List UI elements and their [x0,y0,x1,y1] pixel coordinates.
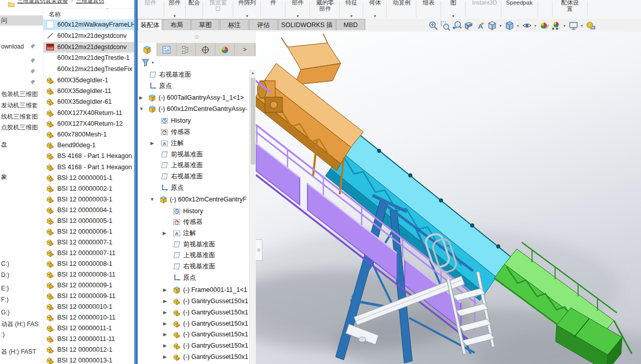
edit-appearance-icon[interactable] [539,20,549,31]
dropdown-caret-icon[interactable]: ▼ [340,14,363,18]
ribbon-tab[interactable]: MBD [336,19,365,30]
file-row[interactable]: 600X35degIdler-61 [43,97,134,107]
file-row[interactable]: BSI 12 00000009-11 [43,291,134,302]
nav-item[interactable]: C:) [0,259,43,269]
tree-row[interactable]: History [138,206,249,217]
dropdown-caret-icon[interactable]: ▼ [164,14,185,18]
expand-arrow-icon[interactable]: ▶ [163,318,167,329]
file-row[interactable]: BSI 12 00000003-1 [43,194,134,205]
section-view-icon[interactable] [463,20,474,31]
previous-view-icon[interactable] [452,20,462,31]
file-row[interactable]: BS 4168 - Part 1 Hexagon [43,162,134,173]
explorer-address-bar[interactable]: 三维逼真仿真某设备›三维逼真仿 [0,0,134,9]
ribbon-button[interactable]: 部件▼ [286,0,310,19]
file-row[interactable]: 600x12mx21degTrestle-1 [43,53,134,63]
dropdown-caret-icon[interactable]: ▼ [534,24,538,28]
collapse-arrow-icon[interactable]: ▼ [150,194,154,205]
dropdown-caret-icon[interactable]: ▼ [286,14,310,18]
nav-item[interactable]: 动器 (H:) FAS [0,319,43,329]
tree-row[interactable]: 右视基准面 [138,261,249,272]
panel-tab-displaymanager[interactable] [215,43,235,56]
tree-row[interactable]: 右视基准面 [138,171,249,182]
tree-row[interactable]: 前视基准面 [138,239,249,250]
tree-row[interactable]: 原点 [138,183,249,193]
nav-item[interactable]: D:) [0,270,43,280]
ribbon-tab[interactable]: 标注 [220,19,249,30]
ribbon-button[interactable]: Speedpak [503,0,536,19]
view-settings-icon[interactable] [568,20,579,31]
file-row[interactable]: 600x12mWalkwayFrameLH [43,19,134,30]
ribbon-button[interactable]: 藏的零部件 [311,0,340,19]
expand-arrow-icon[interactable]: ▶ [163,352,167,362]
file-row[interactable]: BSI 12 00000013-1 [43,355,134,364]
panel-tab-dimxpertmanager[interactable] [196,43,215,56]
nav-item[interactable]: F:) [0,294,43,305]
nav-item[interactable]: ownload [0,41,43,52]
tree-scrollbar[interactable]: ▲ [249,70,256,364]
dropdown-caret-icon[interactable]: ▼ [580,24,584,28]
file-row[interactable]: 2020600x12mx21degstdconv [43,42,134,53]
viewport-panel-splitter[interactable] [256,239,262,261]
tree-row[interactable]: 传感器 [138,127,249,138]
file-row[interactable]: BSI 12 00000007-1 [43,237,134,248]
tree-row[interactable]: ▼(-) 600x12mCentreGantryF [138,194,249,205]
file-row[interactable]: BSI 12 00000006-1 [43,226,134,237]
ribbon-button[interactable]: 件 [261,0,285,19]
ribbon-button[interactable]: 特征▼ [340,0,363,19]
ribbon-button[interactable]: 配体设置 [554,0,586,19]
ribbon-button[interactable]: 配合 [186,0,203,19]
file-row[interactable]: BSI 12 00000010-11 [43,312,134,323]
dropdown-caret-icon[interactable]: ▼ [441,14,465,18]
tree-row[interactable]: ▶(-) GantryGusset150x1 [138,296,249,307]
tree-row[interactable]: 原点 [138,272,249,283]
nav-item[interactable]: :) [0,329,43,339]
breadcrumb[interactable]: 三维逼真仿 [76,0,104,4]
nav-item[interactable]: 盘 [0,140,43,150]
name-column-header[interactable]: 名称 [49,10,61,19]
panel-tab-expand[interactable]: > [235,43,255,56]
ribbon-button[interactable]: 图▼ [441,0,465,19]
panel-tab-configurationmanager[interactable] [176,43,196,56]
tree-row[interactable]: 上视基准面 [138,160,249,171]
tree-row[interactable]: 传感器 [138,217,249,228]
filter-funnel-icon[interactable] [141,58,150,67]
dropdown-caret-icon[interactable]: ▼ [364,14,386,18]
apply-scene-icon[interactable] [551,20,561,31]
file-row[interactable]: 600X127X40Return-11 [43,108,134,119]
file-row[interactable]: BSI 12 00000007-11 [43,248,134,259]
conveyor-assembly-model[interactable] [256,32,641,364]
file-row[interactable]: 600x12mx21degTrestleFix [43,64,134,75]
dropdown-caret-icon[interactable]: ▼ [516,24,520,28]
file-row[interactable]: BS 4168 - Part 1 Hexagon [43,151,134,162]
nav-item[interactable]: G:) [0,307,43,317]
dropdown-caret-icon[interactable]: ▼ [563,24,567,28]
ribbon-button[interactable]: 何体▼ [364,0,386,19]
expand-arrow-icon[interactable]: ▶ [163,296,167,307]
tree-row[interactable]: ▶(-) GantryGusset150x1 [138,329,249,340]
scroll-up-arrow[interactable]: ▲ [251,71,255,75]
file-row[interactable]: BSI 12 00000009-1 [43,280,134,291]
tree-row[interactable]: ▶(-) GantryGusset150x1 [138,340,249,351]
expand-arrow-icon[interactable]: ▶ [163,340,167,351]
tree-row[interactable]: 上视基准面 [138,250,249,261]
tree-row[interactable]: ▶(-) Frame0001-11_1<1 [138,285,249,295]
nav-item[interactable]: E:) [0,283,43,293]
measure-icon[interactable] [586,20,596,31]
ribbon-tab[interactable]: 评估 [249,19,278,30]
breadcrumb[interactable]: 三维逼真仿真某设备 [17,0,68,4]
ribbon-button[interactable]: 件阵列▼ [234,0,260,19]
ribbon-tab[interactable]: 草图 [191,19,219,30]
hide-show-items-icon[interactable] [522,20,532,31]
tree-row[interactable]: History [138,116,249,126]
expand-arrow-icon[interactable]: ▶ [163,329,167,340]
tree-row[interactable]: ▶(-) GantryGusset150x1 [138,307,249,318]
file-row[interactable]: BSI 12 00000001-1 [43,173,134,184]
graphics-viewport[interactable] [256,32,641,364]
tree-row[interactable]: ▶(-) GantryGusset150x1 [138,352,249,362]
nav-item[interactable] [0,77,43,87]
nav-item[interactable]: 发动机三维套 [0,100,43,110]
view-orientation-icon[interactable] [487,20,497,31]
display-style-icon[interactable] [504,20,515,31]
ribbon-button[interactable]: 细表 [417,0,440,19]
zoom-to-area-icon[interactable] [440,20,450,31]
